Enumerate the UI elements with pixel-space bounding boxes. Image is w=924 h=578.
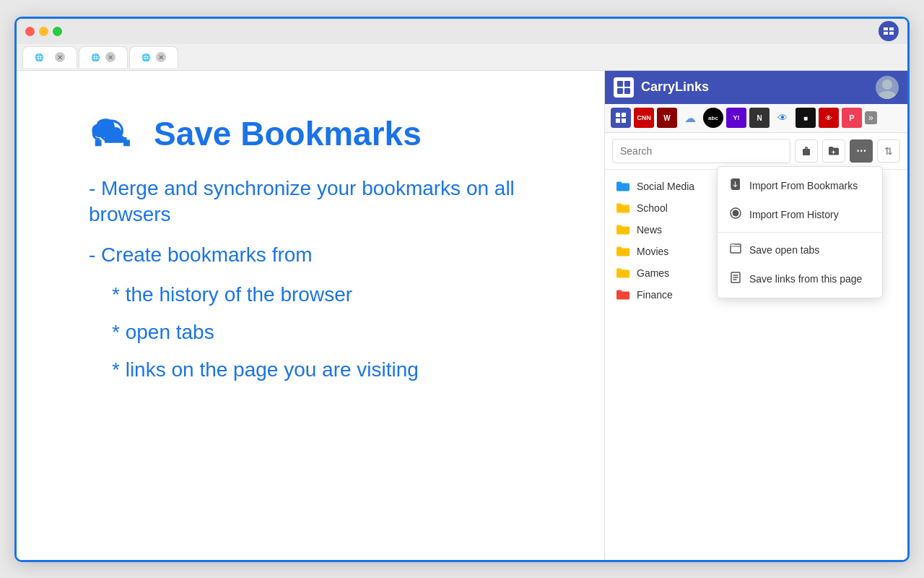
bullet-2: - Create bookmarks from	[89, 242, 575, 268]
sort-button[interactable]: ⇅	[877, 139, 900, 163]
svg-rect-5	[624, 88, 630, 94]
browser-tab-1[interactable]: 🌐 ✕	[22, 46, 77, 68]
bullet-3: * the history of the browser	[89, 283, 575, 306]
folder-label-news: News	[637, 224, 662, 236]
dropdown-save-links[interactable]: Save links from this page	[718, 264, 882, 293]
browser-tab-3[interactable]: 🌐 ✕	[129, 46, 178, 68]
toolbar-dark-icon[interactable]: N	[749, 108, 770, 128]
toolbar-web-icon[interactable]: W	[657, 108, 677, 128]
bullet-1: - Merge and synchronize your bookmarks o…	[89, 176, 575, 228]
search-row: ⋯ ⇅	[605, 133, 907, 170]
save-tabs-icon	[729, 243, 742, 257]
link-button[interactable]	[795, 139, 818, 163]
dropdown-import-bookmarks[interactable]: Import From Bookmarks	[718, 171, 882, 200]
save-links-icon	[729, 272, 742, 286]
svg-point-7	[879, 91, 896, 99]
extension-header: CarryLinks	[605, 71, 907, 104]
folder-icon-school	[616, 202, 629, 214]
minimize-button[interactable]	[39, 27, 48, 36]
folder-label-games: Games	[637, 267, 669, 279]
user-avatar[interactable]	[876, 76, 899, 99]
close-button[interactable]	[25, 27, 35, 36]
toolbar-grid-icon[interactable]	[611, 108, 631, 128]
svg-point-6	[882, 79, 892, 90]
save-links-label: Save links from this page	[749, 273, 862, 285]
folder-icon-movies	[616, 246, 629, 257]
import-bookmarks-label: Import From Bookmarks	[749, 180, 858, 191]
folder-label-movies: Movies	[637, 246, 668, 257]
extension-toolbar: CNN W ☁ abc Y! N 👁 ■ 👁 P »	[605, 104, 907, 133]
toolbar-eye-icon[interactable]: 👁	[772, 108, 793, 128]
traffic-lights	[25, 27, 62, 36]
import-history-label: Import From History	[749, 209, 839, 220]
import-history-icon	[729, 207, 742, 222]
page-content: Save Bookmarks - Merge and synchronize y…	[17, 71, 604, 562]
browser-titlebar	[17, 19, 907, 45]
folder-icon-social	[616, 181, 629, 192]
bullet-5: * links on the page you are visiting	[89, 358, 575, 381]
extension-panel: CarryLinks C	[604, 71, 907, 562]
browser-tabs: 🌐 ✕ 🌐 ✕ 🌐 ✕	[17, 44, 907, 70]
tab-close-3[interactable]: ✕	[156, 52, 166, 62]
bullet-4: * open tabs	[89, 321, 575, 344]
tab-close-1[interactable]: ✕	[55, 52, 65, 62]
toolbar-cloud-icon[interactable]: ☁	[680, 108, 700, 128]
dropdown-import-history[interactable]: Import From History	[718, 200, 882, 229]
svg-rect-4	[617, 88, 623, 94]
folder-icon-finance	[616, 289, 629, 301]
svg-rect-9	[622, 113, 626, 117]
extension-logo	[614, 77, 634, 98]
tab-close-2[interactable]: ✕	[105, 52, 116, 62]
svg-rect-10	[616, 118, 620, 123]
folder-label-finance: Finance	[637, 289, 673, 301]
toolbar-cnn-icon[interactable]: CNN	[634, 108, 654, 128]
maximize-button[interactable]	[53, 27, 62, 36]
browser-tab-2[interactable]: 🌐 ✕	[79, 46, 128, 68]
dropdown-menu: Import From Bookmarks Import From Histor…	[717, 166, 883, 298]
svg-rect-3	[624, 81, 630, 87]
browser-window: 🌐 ✕ 🌐 ✕ 🌐 ✕	[14, 17, 910, 562]
folder-icon-games	[616, 267, 629, 279]
toolbar-red-eye-icon[interactable]: 👁	[819, 108, 839, 128]
toolbar-black-icon[interactable]: ■	[796, 108, 816, 128]
dropdown-save-tabs[interactable]: Save open tabs	[718, 236, 882, 264]
cloud-upload-icon	[89, 114, 139, 154]
page-title: Save Bookmarks	[154, 114, 422, 153]
svg-rect-11	[622, 118, 626, 123]
toolbar-abc-icon[interactable]: abc	[703, 108, 723, 128]
svg-rect-13	[731, 244, 735, 246]
svg-rect-2	[617, 81, 623, 87]
browser-content: Save Bookmarks - Merge and synchronize y…	[17, 71, 907, 562]
page-title-row: Save Bookmarks	[89, 114, 575, 154]
folder-label-school: School	[637, 202, 668, 214]
save-tabs-label: Save open tabs	[749, 244, 819, 256]
search-input[interactable]	[612, 139, 790, 163]
add-folder-button[interactable]	[822, 139, 845, 163]
more-options-button[interactable]: ⋯	[850, 139, 873, 163]
page-bullets: - Merge and synchronize your bookmarks o…	[89, 176, 575, 381]
toolbar-pocket-icon[interactable]: P	[842, 108, 862, 128]
import-bookmarks-icon	[729, 178, 742, 193]
dropdown-divider	[718, 232, 882, 233]
extension-icon[interactable]	[879, 21, 899, 41]
folder-icon-news	[616, 224, 629, 236]
toolbar-more-button[interactable]: »	[865, 111, 877, 124]
toolbar-yahoo-icon[interactable]: Y!	[726, 108, 746, 128]
svg-rect-8	[616, 113, 620, 117]
browser-chrome: 🌐 ✕ 🌐 ✕ 🌐 ✕	[17, 19, 907, 71]
extension-title: CarryLinks	[641, 79, 868, 95]
folder-label-social-media: Social Media	[637, 181, 694, 192]
